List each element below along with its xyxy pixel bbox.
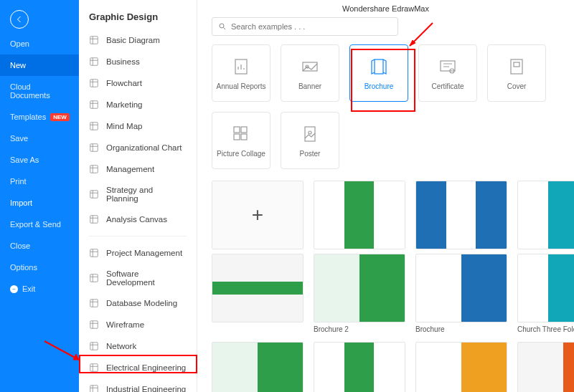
nav-item-print[interactable]: Print [0,171,79,192]
category-item-software-development[interactable]: Software Development [79,264,197,292]
category-panel: Graphic Design Basic DiagramBusinessFlow… [79,0,197,392]
template-label: Church Three Fold 1 [517,325,574,338]
nav-label: Templates [10,113,46,121]
category-icon [89,298,99,308]
nav-item-options[interactable]: Options [0,257,79,278]
category-item-mind-map[interactable]: Mind Map [79,115,197,137]
type-card-brochure[interactable]: Brochure [349,44,408,102]
template-label: Brochure 2 [314,325,405,338]
category-icon [89,57,99,67]
svg-rect-6 [90,166,98,173]
annual-reports-icon [231,57,251,77]
type-label: Poster [300,150,321,158]
template-card[interactable]: Church Three Fold 1 [517,254,574,338]
category-label: Analysis Canvas [106,215,167,224]
nav-item-exit[interactable]: −Exit [0,278,79,300]
template-new-blank[interactable]: + [212,181,304,249]
type-card-poster[interactable]: Poster [281,112,339,169]
category-item-marketing[interactable]: Marketing [79,94,197,115]
svg-rect-24 [441,61,455,71]
nav-label: Close [10,242,30,250]
category-icon [89,341,99,351]
type-card-banner[interactable]: Banner [281,44,339,102]
category-item-database-modeling[interactable]: Database Modeling [79,292,197,314]
template-card[interactable] [415,342,507,392]
template-card[interactable] [314,181,405,249]
category-label: Organizational Chart [106,143,182,152]
category-item-flowchart[interactable]: Flowchart [79,72,197,94]
category-item-management[interactable]: Management [79,158,197,180]
category-icon [89,384,99,392]
banner-icon [300,57,320,77]
nav-item-save-as[interactable]: Save As [0,149,79,171]
svg-rect-28 [234,127,240,133]
svg-rect-5 [90,144,98,152]
cover-icon [507,57,527,77]
category-title: Graphic Design [79,0,197,29]
separator [89,236,187,236]
nav-label: Import [10,199,32,207]
nav-label: New [10,61,26,70]
category-label: Electrical Engineering [106,363,186,372]
nav-label: Export & Send [10,220,61,229]
svg-rect-29 [241,127,247,133]
nav-item-new[interactable]: New [0,54,79,76]
nav-label: Save [10,134,28,143]
template-card[interactable] [212,342,304,392]
svg-rect-14 [90,364,98,372]
svg-rect-21 [303,62,317,71]
search-input[interactable] [231,22,392,31]
type-label: Annual Reports [217,82,266,90]
category-item-network[interactable]: Network [79,335,197,357]
category-item-wireframe[interactable]: Wireframe [79,314,197,335]
category-icon [89,100,99,110]
svg-rect-12 [90,321,98,329]
category-item-business[interactable]: Business [79,51,197,72]
nav-item-import[interactable]: Import [0,192,79,214]
category-item-basic-diagram[interactable]: Basic Diagram [79,29,197,51]
template-card[interactable] [517,181,574,249]
type-card-certificate[interactable]: Certificate [418,44,477,102]
nav-item-open[interactable]: Open [0,33,79,54]
template-card[interactable]: Brochure 2 [314,254,405,338]
nav-item-cloud-documents[interactable]: Cloud Documents [0,76,79,106]
category-item-project-management[interactable]: Project Management [79,242,197,264]
template-card[interactable] [415,181,507,249]
nav-item-export-&-send[interactable]: Export & Send [0,214,79,235]
svg-rect-1 [90,58,98,66]
type-card-picture-collage[interactable]: Picture Collage [212,112,270,169]
svg-rect-30 [234,134,240,140]
svg-rect-8 [90,216,98,224]
template-card[interactable] [517,342,574,392]
certificate-icon [438,57,458,77]
template-card[interactable] [212,254,304,338]
nav-item-save[interactable]: Save [0,128,79,149]
template-card[interactable]: Brochure [415,254,507,338]
svg-rect-0 [90,37,98,44]
category-label: Industrial Engineering [106,385,186,392]
svg-rect-15 [90,386,98,392]
nav-item-templates[interactable]: TemplatesNEW [0,106,79,128]
category-item-strategy-and-planning[interactable]: Strategy and Planning [79,180,197,209]
type-card-annual-reports[interactable]: Annual Reports [212,44,270,102]
back-button[interactable] [10,10,29,29]
svg-rect-13 [90,343,98,350]
svg-point-19 [220,24,224,28]
svg-rect-7 [90,191,98,199]
template-card[interactable] [314,342,405,392]
category-item-organizational-chart[interactable]: Organizational Chart [79,137,197,158]
nav-label: Open [10,39,29,48]
category-label: Network [106,342,136,350]
type-card-cover[interactable]: Cover [487,44,546,102]
category-item-analysis-canvas[interactable]: Analysis Canvas [79,209,197,230]
search-input-wrap[interactable] [212,17,398,36]
category-label: Management [106,165,154,173]
category-item-electrical-engineering[interactable]: Electrical Engineering [79,357,197,378]
category-icon [89,143,99,153]
exit-icon: − [10,285,18,293]
category-label: Wireframe [106,320,144,329]
category-item-industrial-engineering[interactable]: Industrial Engineering [79,378,197,392]
svg-point-33 [309,131,311,134]
nav-item-close[interactable]: Close [0,235,79,257]
svg-rect-2 [90,80,98,87]
